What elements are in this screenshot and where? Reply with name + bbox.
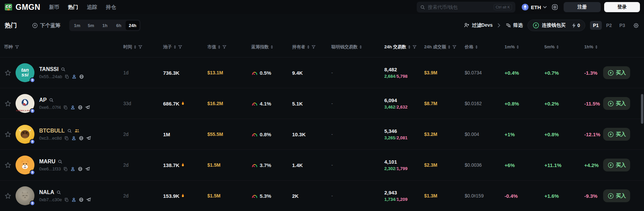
filter-devs-button[interactable]: 过滤Devs [464,22,492,28]
favorite-star-icon[interactable] [4,131,11,138]
settings-gear-icon[interactable] [633,22,639,29]
column-header-mcap[interactable]: 市值 [207,44,251,50]
telegram-icon[interactable] [85,105,90,110]
favorite-star-icon[interactable] [4,162,11,169]
chain-selector[interactable]: ETH [521,3,547,11]
tab-5m[interactable]: 5m [84,21,98,30]
telegram-icon[interactable] [86,136,91,141]
next-bluechip-tab[interactable]: 下个蓝筹 [32,22,60,29]
column-header-holders[interactable]: 持有者 [292,44,331,50]
buy-button[interactable]: 买入 [603,128,630,141]
token-search-icon[interactable] [49,98,54,102]
token-avatar[interactable]: AMERICA PARTY [16,94,34,113]
token-address[interactable]: 0xb7...c30e [39,197,62,202]
column-header-h1[interactable]: 1h% [584,44,603,49]
buy-button[interactable]: 买入 [603,97,630,110]
favorite-star-icon[interactable] [4,100,11,107]
column-header-bluechip[interactable]: 蓝筹指数 [251,44,292,50]
filter-funnel-icon[interactable] [452,45,457,49]
filter-funnel-icon[interactable] [311,45,316,49]
token-price: $0.08159 [465,193,505,198]
token-name[interactable]: AP [39,97,47,103]
token-avatar[interactable]: tan ssi [16,63,34,82]
tab-24h[interactable]: 24h [126,21,139,30]
filter-funnel-icon[interactable] [138,45,143,49]
token-avatar[interactable] [16,156,34,174]
nav-item-holdings[interactable]: 持仓 [106,4,116,10]
register-button[interactable]: 注册 [564,2,601,12]
search-input[interactable] [428,4,491,10]
token-search-icon[interactable] [61,67,66,72]
column-header-smart[interactable]: 聪明钱交易数 [331,44,384,50]
token-name[interactable]: TANSSI [39,66,58,72]
token-address[interactable]: 0xc3...ec8d [39,136,62,141]
filter-funnel-icon[interactable] [178,45,182,49]
token-search-icon[interactable] [56,190,61,195]
copy-address-icon[interactable] [63,167,68,171]
settings-target-icon[interactable] [551,4,558,10]
buy-button[interactable]: 买入 [603,66,630,79]
filter-funnel-icon[interactable] [15,45,19,49]
token-address[interactable]: 0xe6...1f33 [39,166,61,171]
column-header-token[interactable]: 币种 [0,44,123,50]
buy-button[interactable]: 买入 [603,159,630,171]
dev-profile-icon[interactable] [71,197,76,202]
token-search-icon[interactable] [58,159,62,164]
copy-address-icon[interactable] [64,136,69,141]
column-header-volume[interactable]: 24h 成交额 [424,44,465,50]
filter-funnel-icon[interactable] [412,45,417,49]
token-avatar[interactable] [16,186,34,205]
column-header-pool[interactable]: 池子 [163,44,207,50]
copy-address-icon[interactable] [63,105,68,110]
smart-money-txs: - [331,70,384,75]
column-header-price[interactable]: 价格 [465,44,505,50]
copy-address-icon[interactable] [64,197,69,202]
sort-arrows-icon [174,45,176,49]
gmgn-logo[interactable]: GMGN [4,3,41,12]
token-name[interactable]: NALA [39,189,54,195]
website-globe-icon[interactable] [79,197,84,202]
nav-item-track[interactable]: 追踪 [87,4,97,10]
token-avatar[interactable] [16,125,34,144]
favorite-star-icon[interactable] [4,192,11,200]
token-name[interactable]: MARU [39,159,55,165]
filter-funnel-icon[interactable] [222,45,227,49]
column-header-m1[interactable]: 1m% [505,44,544,49]
dev-profile-icon[interactable] [70,105,75,110]
table-row: MARU 0xe6...1f33 [0,150,644,181]
search-box[interactable]: Ctrl alt K [417,2,515,13]
website-globe-icon[interactable] [78,166,83,171]
website-globe-icon[interactable] [78,105,83,110]
connect-wallet-buy-button[interactable]: 连接钱包买 0 [527,20,585,31]
nav-item-trending[interactable]: 热门 [68,4,78,10]
favorite-star-icon[interactable] [4,69,11,76]
tab-1m[interactable]: 1m [70,21,84,30]
tab-1h[interactable]: 1h [98,21,112,30]
token-address[interactable]: 0xe6...07f4 [39,105,61,110]
website-globe-icon[interactable] [79,74,84,79]
login-button[interactable]: 登录 [604,2,640,12]
token-address[interactable]: 0x55...24ab [39,74,62,79]
preset-p3-button[interactable]: P3 [616,21,628,30]
telegram-icon[interactable] [86,197,91,202]
preset-p2-button[interactable]: P2 [603,21,615,30]
nav-item-new[interactable]: 新币 [49,4,59,10]
column-header-m5[interactable]: 5m% [544,44,584,49]
column-header-txs[interactable]: 24h 交易数 [384,44,424,50]
preset-p1-button[interactable]: P1 [590,21,602,30]
website-globe-icon[interactable] [79,136,84,141]
token-search-icon[interactable] [67,128,72,133]
filter-button[interactable]: 筛选 [505,22,523,28]
copy-address-icon[interactable] [65,74,69,79]
telegram-icon[interactable] [85,166,90,171]
vertical-scrollbar[interactable] [641,94,643,124]
column-header-time[interactable]: 时间 [123,44,163,50]
token-name[interactable]: BTCBULL [39,128,65,134]
tab-6h[interactable]: 6h [112,21,126,30]
dev-profile-icon[interactable] [72,74,77,79]
buy-button[interactable]: 买入 [603,189,630,202]
dev-profile-icon[interactable] [71,136,76,141]
buy-label: 买入 [616,100,626,107]
dev-profile-icon[interactable] [70,166,75,171]
txs-cell: 5,346 3,2652,081 [384,128,424,140]
